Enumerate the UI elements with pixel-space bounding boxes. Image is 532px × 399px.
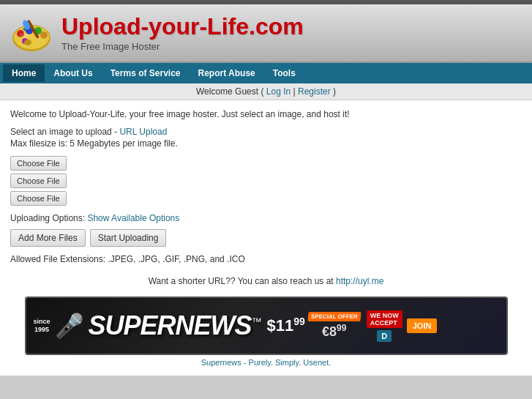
- welcome-text: Welcome Guest ( Log In | Register ): [196, 86, 336, 97]
- action-buttons: Add More Files Start Uploading: [10, 229, 522, 247]
- svg-point-5: [40, 31, 48, 39]
- uploading-options: Uploading Options: Show Available Option…: [10, 213, 522, 223]
- ad-wrapper: since1995 🎤 SUPERNEWS™ $1199 SPECIAL OFF…: [20, 297, 512, 367]
- intro-text: Welcome to Upload-Your-Life, your free i…: [10, 109, 522, 119]
- navigation-bar: Home About Us Terms of Service Report Ab…: [0, 63, 532, 83]
- site-header: Upload-your-Life.com The Free Image Host…: [0, 4, 532, 63]
- ad-supernews-title: SUPERNEWS™: [89, 310, 261, 341]
- nav-report[interactable]: Report Abuse: [190, 64, 264, 82]
- ad-offer-badge: SPECIAL OFFER: [307, 312, 361, 321]
- nav-tos[interactable]: Terms of Service: [102, 64, 190, 82]
- ad-since-text: since1995: [34, 318, 50, 334]
- add-more-files-button[interactable]: Add More Files: [10, 229, 86, 247]
- start-uploading-button[interactable]: Start Uploading: [90, 229, 167, 247]
- file-input-row-3: Choose File: [10, 191, 522, 206]
- select-image-text: Select an image to upload - URL Upload: [10, 127, 522, 137]
- short-url-text: Want a shorter URL?? You can also reach …: [10, 276, 522, 286]
- uploading-options-label: Uploading Options:: [10, 213, 87, 223]
- welcome-bar: Welcome Guest ( Log In | Register ): [0, 83, 532, 100]
- ad-logo-we-now-accept: WE NOWACCEPT: [367, 310, 402, 328]
- site-subtitle: The Free Image Hoster: [61, 41, 304, 52]
- ad-price2: €899: [322, 323, 346, 340]
- allowed-extensions-text: Allowed File Extensions: .JPEG, .JPG, .G…: [10, 254, 522, 264]
- nav-tools[interactable]: Tools: [264, 64, 304, 82]
- show-options-link[interactable]: Show Available Options: [87, 213, 179, 223]
- ad-inner: since1995 🎤 SUPERNEWS™ $1199 SPECIAL OFF…: [26, 298, 506, 354]
- select-label: Select an image to upload -: [10, 127, 119, 137]
- svg-point-7: [24, 40, 31, 45]
- ad-euro-block: SPECIAL OFFER €899: [308, 312, 361, 340]
- supernews-link[interactable]: Supernews - Purely. Simply. Usenet.: [201, 358, 331, 367]
- login-link[interactable]: Log In: [266, 86, 291, 97]
- ad-price1: $1199: [267, 316, 305, 335]
- short-url-link[interactable]: http://uyl.me: [336, 276, 383, 286]
- ad-logos: WE NOWACCEPT D: [367, 310, 402, 342]
- svg-point-11: [19, 33, 31, 39]
- logo-text-block: Upload-your-Life.com The Free Image Host…: [61, 14, 304, 52]
- ad-icon: 🎤: [55, 312, 84, 340]
- nav-about[interactable]: About Us: [45, 64, 101, 82]
- file-input-row-2: Choose File: [10, 174, 522, 188]
- short-url-label: Want a shorter URL?? You can also reach …: [149, 276, 336, 286]
- ad-logo-d: D: [377, 330, 391, 342]
- choose-file-button-3[interactable]: Choose File: [10, 191, 67, 206]
- nav-home[interactable]: Home: [3, 64, 45, 82]
- main-content: Welcome to Upload-Your-Life, your free i…: [0, 100, 532, 376]
- register-link[interactable]: Register: [298, 86, 331, 97]
- site-logo: [9, 10, 54, 56]
- file-input-row-1: Choose File: [10, 156, 522, 171]
- max-filesize-text: Max filesize is: 5 Megabytes per image f…: [10, 138, 522, 149]
- site-title: Upload-your-Life.com: [61, 14, 304, 40]
- ad-banner[interactable]: since1995 🎤 SUPERNEWS™ $1199 SPECIAL OFF…: [25, 297, 508, 355]
- choose-file-button-2[interactable]: Choose File: [10, 174, 67, 188]
- ad-link: Supernews - Purely. Simply. Usenet.: [20, 358, 512, 367]
- url-upload-link[interactable]: URL Upload: [119, 127, 167, 137]
- ad-join-button[interactable]: JOIN: [407, 318, 438, 333]
- choose-file-button-1[interactable]: Choose File: [10, 156, 67, 171]
